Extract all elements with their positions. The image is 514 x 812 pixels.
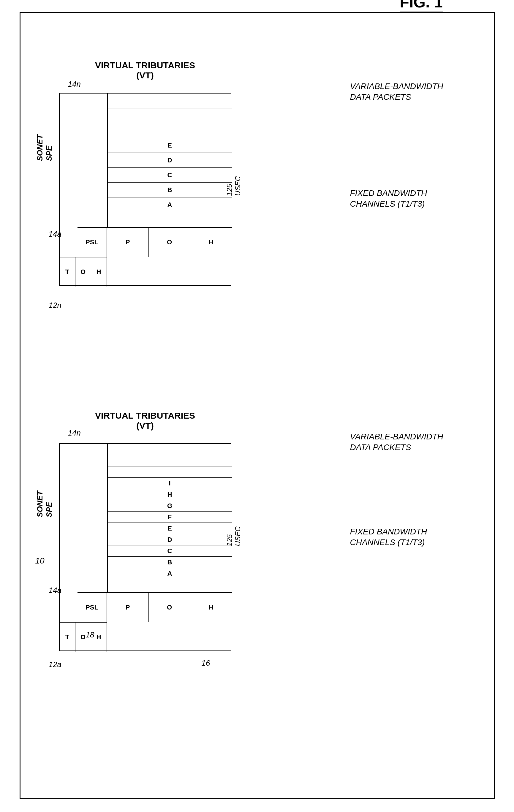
bottom-16-ref: 16 (202, 659, 210, 668)
top-fixed-bw-label: FIXED BANDWIDTHCHANNELS (T1/T3) (350, 188, 427, 210)
top-variable-bw-label: VARIABLE-BANDWIDTHDATA PACKETS (350, 81, 443, 103)
page-container: 10 VIRTUAL TRIBUTARIES(VT) 14n I H G F E… (20, 12, 495, 799)
top-sonet-frame: E D C B A PSL P O H T O H (59, 93, 231, 286)
bottom-sonet-frame: I H G F E D C B A PSL P O H (59, 443, 231, 651)
system-ref-label: 10 (35, 556, 45, 566)
bottom-sonet-spe-label: SONET SPE (35, 491, 54, 518)
bottom-18-ref: 18 (86, 630, 94, 639)
bottom-14n-ref: 14n (68, 428, 81, 438)
figure-label-container: (CONVENTIONAL) FIG. 1 (375, 0, 467, 13)
bottom-vt-label: VIRTUAL TRIBUTARIES(VT) (68, 411, 222, 431)
bottom-14a-ref: 14a (49, 586, 61, 595)
bottom-timing-label: 125 USEC (225, 526, 242, 546)
top-12n-ref: 12n (49, 301, 61, 310)
figure-label: FIG. 1 (400, 0, 442, 13)
top-14n-ref: 14n (68, 80, 81, 89)
top-vt-label: VIRTUAL TRIBUTARIES(VT) (68, 60, 222, 81)
top-14a-ref: 14a (49, 230, 61, 239)
bottom-12a-ref: 12a (49, 660, 61, 669)
top-timing-label: 125 USEC (225, 176, 242, 196)
bottom-fixed-bw-label: FIXED BANDWIDTHCHANNELS (T1/T3) (350, 526, 427, 548)
bottom-variable-bw-label: VARIABLE-BANDWIDTHDATA PACKETS (350, 431, 443, 453)
top-sonet-spe-label: SONET SPE (35, 135, 54, 161)
